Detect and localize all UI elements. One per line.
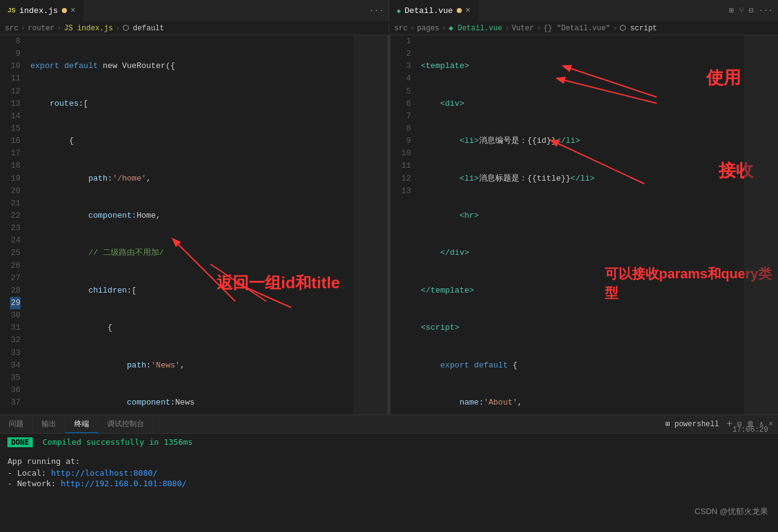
network-url-line: - Network: http://192.168.0.101:8080/	[7, 479, 771, 488]
right-tab-panel: ◆ Detail.vue × ⊞ ⑂ ⊟ ···	[389, 0, 778, 21]
bc-pages: pages	[417, 24, 439, 33]
bc-router: router	[28, 24, 54, 33]
panel-tab-output[interactable]: 输出	[33, 415, 66, 433]
panel-tab-debug[interactable]: 调试控制台	[98, 415, 153, 433]
panel-close-btn[interactable]: ×	[769, 420, 773, 429]
right-minimap	[744, 35, 778, 414]
modified-dot-right	[457, 8, 462, 13]
tab-right-close[interactable]: ×	[465, 6, 470, 15]
tab-left-filename: index.js	[19, 6, 58, 15]
bc-src-right: src	[394, 24, 408, 33]
network-url[interactable]: http://192.168.0.101:8080/	[61, 479, 187, 488]
panel-tabs: 问题 输出 终端 调试控制台 ⊞ powershell + ⊟ 🗑 ∧ ×	[0, 415, 778, 434]
right-code-content: <template> <div> <li>消息编号是：{{id}}</li> <…	[418, 35, 778, 414]
breadcrumb-right: src › pages › ◆ Detail.vue › Vuter › {} …	[389, 24, 778, 33]
right-editor-pane: 12345 678910 111213 <template> <div> <li…	[390, 35, 778, 414]
bc-src-left: src	[5, 24, 19, 33]
terminal-shell-label: ⊞ powershell	[665, 419, 719, 429]
bc-default: ⬡ default	[123, 24, 165, 33]
left-line-numbers: 89101112 1314151617 1819202122 232425262…	[0, 35, 28, 414]
right-line-numbers: 12345 678910 111213	[391, 35, 418, 414]
bc-curly: {} "Detail.vue"	[543, 24, 610, 33]
tab-index-js[interactable]: JS index.js ×	[0, 0, 84, 21]
left-tab-panel: JS index.js × ···	[0, 0, 389, 21]
right-code-container[interactable]: 12345 678910 111213 <template> <div> <li…	[391, 35, 778, 414]
tab-detail-vue[interactable]: ◆ Detail.vue ×	[389, 0, 478, 21]
breadcrumb-left: src › router › JS index.js › ⬡ default	[0, 24, 389, 33]
vue-icon: ◆	[397, 7, 401, 15]
tab-left-close[interactable]: ×	[71, 6, 76, 15]
local-url-line: - Local: http://localhost:8080/	[7, 468, 771, 478]
left-minimap	[353, 35, 387, 414]
tab-right-filename: Detail.vue	[405, 6, 453, 15]
panel-add-btn[interactable]: +	[727, 419, 733, 430]
js-icon: JS	[7, 7, 15, 14]
tab-bar: JS index.js × ··· ◆ Detail.vue × ⊞ ⑂ ⊟ ·…	[0, 0, 778, 22]
local-url[interactable]: http://localhost:8080/	[51, 468, 157, 478]
panel-tab-terminal[interactable]: 终端	[66, 415, 98, 433]
bc-indexjs: JS index.js	[64, 24, 113, 33]
bc-vuter: Vuter	[512, 24, 534, 33]
done-badge: DONE	[7, 437, 33, 447]
left-code-content: export default new VueRouter({ routes:[ …	[28, 35, 387, 414]
modified-dot-left	[62, 8, 67, 13]
panel-tab-issues[interactable]: 问题	[0, 415, 33, 433]
editor-area: 89101112 1314151617 1819202122 232425262…	[0, 35, 778, 414]
right-tab-actions[interactable]: ⊞ ⑂ ⊟ ···	[729, 0, 778, 21]
terminal-content[interactable]: DONE Compiled successfully in 1356ms App…	[0, 434, 778, 532]
compile-status-line: DONE Compiled successfully in 1356ms	[7, 437, 771, 447]
compile-message: Compiled successfully in 1356ms	[43, 437, 193, 447]
app-running-line: App running at:	[7, 457, 771, 466]
bc-detail-vue: ◆ Detail.vue	[449, 24, 502, 33]
left-tab-actions[interactable]: ···	[370, 0, 389, 21]
timestamp: 17:06:29	[732, 426, 768, 434]
panel-area: 问题 输出 终端 调试控制台 ⊞ powershell + ⊟ 🗑 ∧ × DO…	[0, 414, 778, 532]
left-code-container[interactable]: 89101112 1314151617 1819202122 232425262…	[0, 35, 387, 414]
bc-script: ⬡ script	[620, 24, 657, 33]
breadcrumb-bar: src › router › JS index.js › ⬡ default s…	[0, 22, 778, 35]
left-editor-pane: 89101112 1314151617 1819202122 232425262…	[0, 35, 387, 414]
watermark: CSDN @忧郁火龙果	[694, 506, 768, 517]
